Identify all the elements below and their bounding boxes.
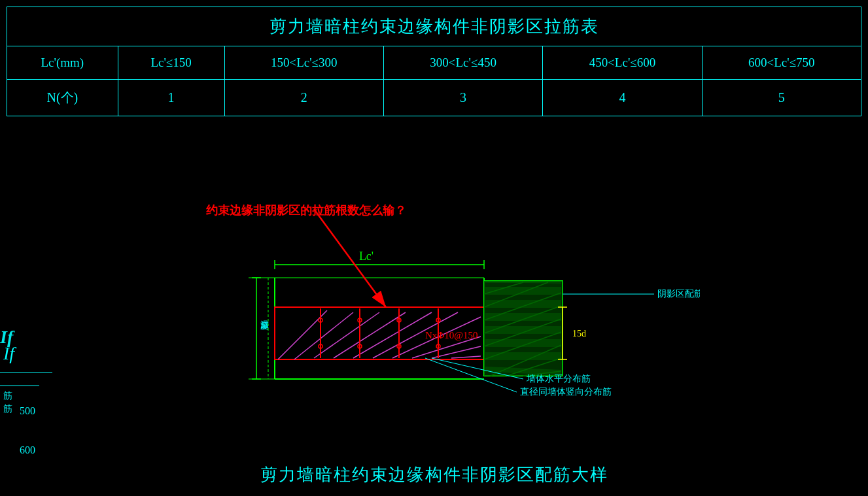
svg-text:筋: 筋 (3, 391, 12, 401)
bottom-section: 剪力墙暗柱约束边缘构件非阴影区配筋大样 (0, 463, 868, 486)
annotation-arrow (196, 190, 425, 333)
main-container: 剪力墙暗柱约束边缘构件非阴影区拉筋表 Lc'(mm) Lc'≤150 150<L… (0, 0, 868, 496)
row-col1: 1 (118, 80, 224, 116)
row-col4: 4 (543, 80, 702, 116)
header-col2: 150<Lc'≤300 (224, 46, 383, 80)
svg-line-1 (314, 209, 386, 307)
svg-text:NxΦ10@150: NxΦ10@150 (425, 330, 478, 340)
svg-text:If: If (3, 343, 16, 363)
table-section: 剪力墙暗柱约束边缘构件非阴影区拉筋表 Lc'(mm) Lc'≤150 150<L… (7, 7, 861, 116)
data-table: Lc'(mm) Lc'≤150 150<Lc'≤300 300<Lc'≤450 … (7, 46, 861, 116)
svg-text:阴影区配筋详见相应边缘构件大样: 阴影区配筋详见相应边缘构件大样 (657, 289, 700, 299)
svg-text:筋: 筋 (3, 404, 12, 414)
header-col5: 600<Lc'≤750 (702, 46, 861, 80)
table-data-row: N(个) 1 2 3 4 5 (7, 80, 861, 116)
svg-text:墙体水平分布筋: 墙体水平分布筋 (526, 374, 591, 384)
header-col3: 300<Lc'≤450 (383, 46, 542, 80)
header-col4: 450<Lc'≤600 (543, 46, 702, 80)
main-title: 剪力墙暗柱约束边缘构件非阴影区拉筋表 (7, 7, 861, 46)
svg-line-20 (451, 356, 481, 358)
row-col2: 2 (224, 80, 383, 116)
svg-text:15d: 15d (572, 329, 586, 339)
svg-text:直径同墙体竖向分布筋: 直径同墙体竖向分布筋 (520, 387, 612, 397)
header-col0: Lc'(mm) (7, 46, 118, 80)
row-col5: 5 (702, 80, 861, 116)
left-edge-lines: If 筋 筋 (0, 320, 72, 418)
header-col1: Lc'≤150 (118, 46, 224, 80)
bottom-title: 剪力墙暗柱约束边缘构件非阴影区配筋大样 (260, 465, 608, 484)
ruler-600: 600 (20, 444, 35, 456)
table-header-row: Lc'(mm) Lc'≤150 150<Lc'≤300 300<Lc'≤450 … (7, 46, 861, 80)
row-col3: 3 (383, 80, 542, 116)
row-col0: N(个) (7, 80, 118, 116)
